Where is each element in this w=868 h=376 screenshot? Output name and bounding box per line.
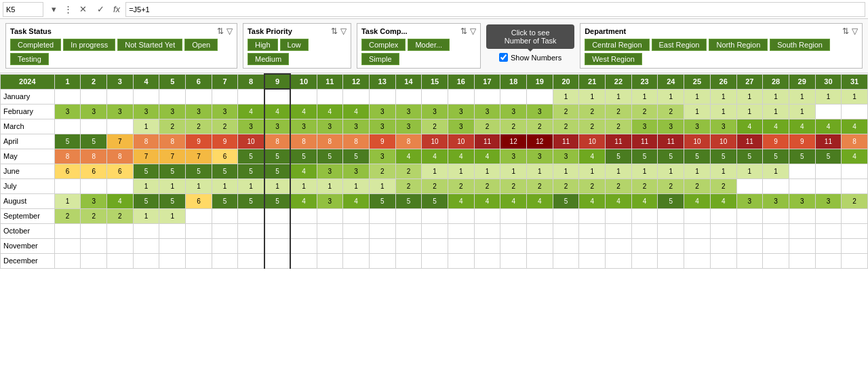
calendar-cell[interactable]: [54, 178, 81, 193]
calendar-cell[interactable]: 3: [763, 193, 789, 208]
day-3[interactable]: 3: [107, 74, 134, 89]
calendar-cell[interactable]: 1: [631, 89, 658, 104]
day-6[interactable]: 6: [186, 74, 212, 89]
calendar-cell[interactable]: 10: [710, 134, 736, 149]
calendar-cell[interactable]: 2: [658, 178, 684, 193]
calendar-cell[interactable]: [815, 253, 842, 268]
day-10[interactable]: 10: [290, 74, 317, 89]
south-region-btn[interactable]: South Region: [770, 39, 830, 51]
calendar-cell[interactable]: 2: [54, 208, 81, 223]
calendar-cell[interactable]: 3: [186, 104, 212, 119]
calendar-cell[interactable]: 3: [54, 104, 81, 119]
calendar-cell[interactable]: [658, 208, 684, 223]
calendar-cell[interactable]: 1: [658, 89, 684, 104]
calendar-cell[interactable]: 1: [133, 119, 159, 134]
calendar-cell[interactable]: 4: [395, 149, 422, 164]
calendar-cell[interactable]: 6: [107, 164, 134, 178]
calendar-cell[interactable]: [658, 223, 684, 238]
calendar-cell[interactable]: 2: [684, 178, 711, 193]
calendar-cell[interactable]: [186, 223, 212, 238]
calendar-cell[interactable]: 1: [159, 208, 186, 223]
calendar-cell[interactable]: [500, 253, 527, 268]
calendar-cell[interactable]: 1: [606, 164, 632, 178]
calendar-cell[interactable]: [290, 89, 317, 104]
calendar-cell[interactable]: [54, 119, 81, 134]
calendar-cell[interactable]: [81, 253, 107, 268]
calendar-cell[interactable]: 8: [54, 149, 81, 164]
calendar-cell[interactable]: 8: [264, 134, 291, 149]
calendar-cell[interactable]: 10: [579, 134, 606, 149]
multiselect-dept-icon[interactable]: ⇅: [842, 26, 849, 36]
calendar-cell[interactable]: [290, 238, 317, 253]
calendar-cell[interactable]: 11: [606, 134, 632, 149]
calendar-cell[interactable]: 2: [553, 178, 579, 193]
calendar-cell[interactable]: [395, 253, 422, 268]
calendar-cell[interactable]: 1: [684, 104, 711, 119]
calendar-cell[interactable]: [81, 89, 107, 104]
calendar-cell[interactable]: 2: [395, 164, 422, 178]
calendar-cell[interactable]: [736, 208, 763, 223]
completed-btn[interactable]: Completed: [10, 39, 61, 51]
day-30[interactable]: 30: [815, 74, 842, 89]
calendar-cell[interactable]: 7: [133, 149, 159, 164]
calendar-cell[interactable]: 1: [500, 164, 527, 178]
calendar-cell[interactable]: 11: [658, 134, 684, 149]
not-started-btn[interactable]: Not Started Yet: [117, 39, 182, 51]
calendar-cell[interactable]: [684, 238, 711, 253]
calendar-cell[interactable]: [474, 208, 500, 223]
calendar-cell[interactable]: [553, 238, 579, 253]
calendar-cell[interactable]: 11: [631, 134, 658, 149]
calendar-cell[interactable]: 3: [369, 104, 395, 119]
complex-btn[interactable]: Complex: [361, 39, 406, 51]
calendar-cell[interactable]: 7: [107, 134, 134, 149]
calendar-cell[interactable]: 5: [658, 193, 684, 208]
calendar-cell[interactable]: 1: [579, 164, 606, 178]
day-31[interactable]: 31: [842, 74, 868, 89]
calendar-cell[interactable]: 1: [736, 164, 763, 178]
high-btn[interactable]: High: [248, 39, 278, 51]
calendar-cell[interactable]: 5: [159, 164, 186, 178]
calendar-cell[interactable]: [631, 238, 658, 253]
calendar-cell[interactable]: [789, 208, 815, 223]
calendar-cell[interactable]: 3: [317, 193, 343, 208]
calendar-cell[interactable]: 3: [684, 119, 711, 134]
calendar-cell[interactable]: 10: [238, 134, 264, 149]
calendar-cell[interactable]: 4: [763, 119, 789, 134]
calendar-cell[interactable]: 10: [448, 134, 474, 149]
calendar-cell[interactable]: [631, 223, 658, 238]
calendar-cell[interactable]: 1: [290, 178, 317, 193]
calendar-cell[interactable]: [159, 238, 186, 253]
calendar-cell[interactable]: 6: [54, 164, 81, 178]
low-btn[interactable]: Low: [280, 39, 309, 51]
calendar-cell[interactable]: 5: [553, 193, 579, 208]
calendar-cell[interactable]: [815, 238, 842, 253]
calendar-cell[interactable]: 5: [763, 149, 789, 164]
calendar-cell[interactable]: [186, 238, 212, 253]
calendar-cell[interactable]: 4: [448, 149, 474, 164]
calendar-cell[interactable]: 5: [264, 164, 291, 178]
calendar-cell[interactable]: 4: [579, 149, 606, 164]
calendar-cell[interactable]: 2: [395, 178, 422, 193]
calendar-cell[interactable]: [631, 253, 658, 268]
calendar-cell[interactable]: [343, 253, 370, 268]
calendar-cell[interactable]: 5: [317, 149, 343, 164]
calendar-cell[interactable]: [369, 208, 395, 223]
calendar-cell[interactable]: 2: [579, 104, 606, 119]
calendar-cell[interactable]: 2: [474, 178, 500, 193]
calendar-cell[interactable]: [422, 89, 448, 104]
calendar-cell[interactable]: 1: [133, 208, 159, 223]
multiselect-comp-icon[interactable]: ⇅: [460, 26, 467, 36]
calendar-cell[interactable]: [81, 223, 107, 238]
calendar-cell[interactable]: 3: [474, 104, 500, 119]
calendar-cell[interactable]: [684, 253, 711, 268]
moderate-btn[interactable]: Moder...: [408, 39, 450, 51]
calendar-cell[interactable]: 2: [448, 178, 474, 193]
calendar-cell[interactable]: 8: [81, 149, 107, 164]
calendar-cell[interactable]: 2: [553, 119, 579, 134]
calendar-cell[interactable]: [842, 178, 868, 193]
calendar-cell[interactable]: [710, 253, 736, 268]
calendar-cell[interactable]: 3: [264, 119, 291, 134]
calendar-cell[interactable]: 2: [579, 178, 606, 193]
calendar-cell[interactable]: [763, 208, 789, 223]
calendar-cell[interactable]: 5: [238, 149, 264, 164]
